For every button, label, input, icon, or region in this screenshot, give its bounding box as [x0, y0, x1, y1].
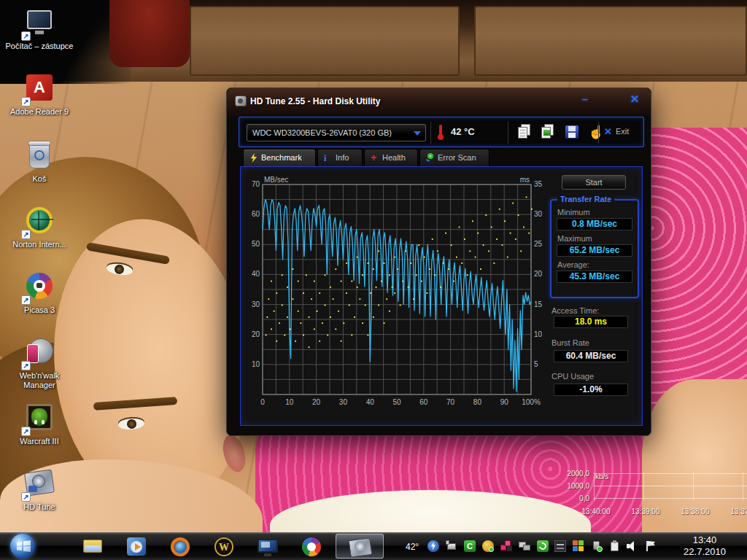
svg-text:40: 40 [252, 270, 260, 278]
svg-text:10: 10 [252, 360, 260, 368]
network-icon[interactable] [446, 540, 457, 552]
tab-info[interactable]: i Info [317, 149, 363, 166]
desktop-icon-label: Adobe Reader 9 [3, 107, 76, 117]
taskbar-display-button[interactable] [252, 534, 283, 559]
taskbar-firefox-button[interactable] [165, 534, 196, 559]
cubes-icon[interactable] [500, 540, 512, 552]
desktop-icon-computer[interactable]: ↗ Počítač – zástupce [3, 7, 76, 51]
dual-monitor-icon[interactable] [519, 540, 530, 552]
desktop-icon-adobe-reader[interactable]: A ↗ Adobe Reader 9 [3, 73, 76, 117]
bitcomet-icon[interactable]: C [464, 540, 476, 552]
health-plus-icon: + [371, 153, 379, 163]
toolbar: WDC WD3200BEVS-26VAT0 (320 GB) 42 °C ☝ [239, 117, 644, 147]
windows-update-icon[interactable] [537, 540, 549, 552]
usb-icon[interactable] [591, 540, 603, 552]
svg-text:25: 25 [534, 240, 543, 248]
svg-text:80: 80 [473, 398, 482, 406]
svg-text:50: 50 [392, 398, 401, 406]
net-xtick: 13:39:00 [623, 508, 668, 516]
desktop-icon-hdtune[interactable]: ↗ HD Tune [3, 468, 76, 512]
computer-icon [27, 10, 52, 29]
shortcut-arrow-icon: ↗ [21, 492, 31, 502]
action-center-flag-icon[interactable] [645, 540, 657, 552]
minimize-button[interactable]: – [576, 93, 595, 109]
globe-line [38, 211, 39, 230]
taskbar-picasa-button[interactable] [296, 534, 327, 559]
desktop-icon-recycle-bin[interactable]: Koš [3, 140, 76, 184]
shortcut-arrow-icon: ↗ [21, 295, 31, 305]
red-object [109, 0, 190, 67]
desktop-icon-warcraft3[interactable]: ↗ Warcraft III [3, 402, 76, 446]
magnifier-icon [426, 153, 435, 163]
net-xtick: 13:40:00 [573, 508, 619, 516]
monitor-stand [35, 31, 44, 34]
drive-select-value: WDC WD3200BEVS-26VAT0 (320 GB) [252, 128, 392, 137]
close-button[interactable]: ✕ [625, 93, 644, 109]
freeram-icon[interactable] [554, 540, 566, 552]
minimum-label: Minimum [557, 208, 590, 217]
net-ytick: 0,0 [556, 494, 589, 502]
desktop: 2000,0 1000,0 0,0 kb/s 13:40:00 13:39:00… [0, 0, 747, 560]
svg-text:70: 70 [446, 398, 455, 406]
floppy-label [568, 133, 576, 138]
folder-front [85, 545, 101, 552]
volume-icon[interactable] [626, 540, 638, 552]
window-title: HD Tune 2.55 - Hard Disk Utility [250, 96, 380, 106]
taskbar-explorer-button[interactable] [77, 534, 108, 559]
exit-button[interactable]: Exit [616, 127, 629, 136]
tusk [34, 420, 37, 424]
exit-x-icon[interactable]: ✕ [604, 126, 612, 137]
clipboard-icon[interactable] [609, 540, 621, 552]
save-icon[interactable] [563, 124, 581, 141]
tab-error-scan[interactable]: Error Scan [419, 149, 489, 166]
desktop-icon-picasa[interactable]: ↗ Picasa 3 [3, 271, 76, 315]
copy-image-icon[interactable] [540, 124, 557, 141]
drive-select-dropdown[interactable]: WDC WD3200BEVS-26VAT0 (320 GB) [247, 124, 426, 141]
svg-text:20: 20 [534, 270, 543, 278]
transfer-rate-groupbox: Transfer Rate Minimum 0.8 MB/sec Maximum… [550, 199, 639, 298]
monitor-window [261, 542, 270, 548]
info-icon: i [324, 153, 333, 163]
svg-text:100%: 100% [522, 398, 541, 406]
svg-text:70: 70 [252, 180, 260, 188]
svg-text:30: 30 [534, 210, 543, 218]
disk-platter [355, 541, 365, 552]
desktop-icon-norton[interactable]: ↗ Norton Intern... [3, 206, 76, 249]
transfer-rate-title: Transfer Rate [557, 195, 614, 203]
help-icon[interactable]: ☝ [587, 124, 604, 141]
tab-health[interactable]: + Health [364, 149, 418, 166]
windows-logo-icon[interactable] [573, 540, 584, 552]
copy-text-icon[interactable] [516, 124, 534, 141]
cpu-usage-label: CPU Usage [551, 372, 594, 381]
desktop-icon-webnwalk[interactable]: ↗ Web'n'walk Manager [3, 337, 76, 390]
taskbar-wow-button[interactable]: W [209, 534, 239, 559]
speedfan-bolt-icon[interactable] [427, 540, 439, 552]
net-xtick: 13:38:00 [673, 508, 718, 516]
bin-lid [28, 141, 51, 146]
svg-text:30: 30 [252, 300, 260, 308]
benchmark-chart: 7060504030201035302520151050102030405060… [244, 176, 557, 411]
shortcut-arrow-icon: ↗ [21, 97, 31, 106]
tab-benchmark[interactable]: Benchmark [243, 149, 316, 166]
svg-text:60: 60 [419, 398, 428, 406]
svg-text:10: 10 [534, 330, 543, 338]
chevron-down-icon [414, 131, 421, 136]
shortcut-arrow-icon: ↗ [21, 230, 31, 239]
access-time-label: Access Time: [551, 306, 599, 315]
tab-label: Benchmark [261, 153, 302, 162]
taskbar-wmp-button[interactable] [121, 534, 152, 559]
network-monitor-widget: 2000,0 1000,0 0,0 kb/s 13:40:00 13:39:00… [556, 464, 747, 525]
start-button-orb[interactable] [10, 534, 35, 559]
picasa-center [307, 542, 316, 551]
taskbar-clock[interactable]: 13:40 22.7.2010 [668, 534, 741, 558]
taskbar-hdtune-button[interactable] [336, 534, 384, 559]
svg-text:20: 20 [312, 398, 321, 406]
recycle-symbol [34, 150, 44, 160]
scheduler-clock-icon[interactable] [482, 540, 494, 552]
window-titlebar[interactable]: HD Tune 2.55 - Hard Disk Utility – ✕ [227, 88, 651, 116]
svg-text:60: 60 [252, 210, 260, 218]
start-button[interactable]: Start [562, 175, 626, 190]
svg-text:0: 0 [260, 398, 265, 406]
svg-text:40: 40 [366, 398, 375, 406]
svg-text:30: 30 [339, 398, 348, 406]
